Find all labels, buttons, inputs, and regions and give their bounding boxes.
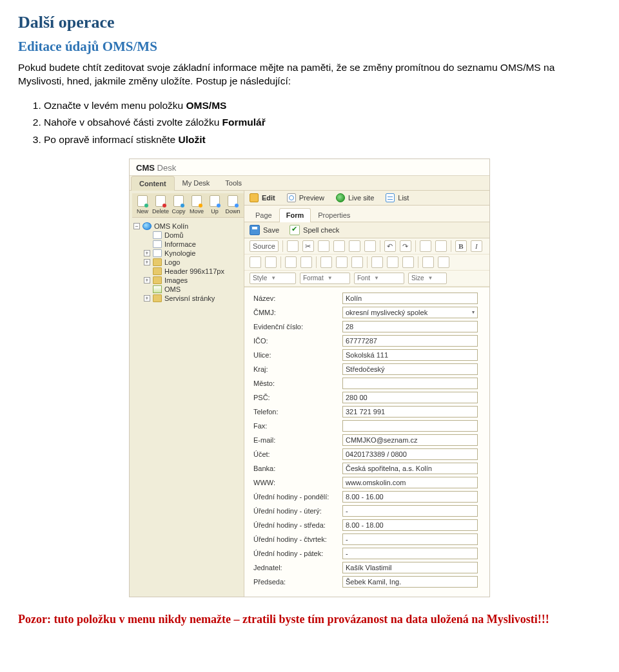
media-icon[interactable] [387,256,398,268]
bold-button[interactable]: B [455,240,467,252]
tree-node[interactable]: +Logo [133,258,242,267]
anchor-icon[interactable] [351,256,363,268]
mode-list-button[interactable]: List [386,193,409,202]
tree-expand-icon[interactable]: + [144,295,150,302]
tab-content[interactable]: Content [131,176,175,191]
form-input[interactable] [342,378,478,389]
tree-move-label: Move [190,208,204,215]
size-combo[interactable]: Size▼ [408,273,447,284]
paste-icon[interactable] [333,240,345,252]
chevron-down-icon: ▼ [271,275,276,281]
indent-icon[interactable] [300,256,312,268]
mode-edit-button[interactable]: Edit [250,193,275,202]
image-icon[interactable] [371,256,383,268]
cut-icon[interactable]: ✂ [302,240,314,252]
outdent-icon[interactable] [285,256,297,268]
form-value-cell [342,434,483,446]
format-combo[interactable]: Format▼ [300,273,350,284]
list-ul-icon[interactable] [265,256,277,268]
tree-collapse-icon[interactable]: − [133,223,140,229]
find-icon[interactable] [420,240,431,252]
table-icon[interactable] [402,256,414,268]
tree-copy-button[interactable]: Copy [170,195,188,215]
form-input[interactable] [342,293,478,304]
form-input[interactable] [342,463,478,474]
form-input[interactable] [342,349,478,361]
italic-button[interactable]: I [471,240,482,252]
tree-node-label: Domů [164,231,183,239]
replace-icon[interactable] [435,240,447,252]
tree-expand-icon[interactable]: + [144,277,150,283]
tree-spacer [144,232,150,238]
form-label: Fax: [253,422,342,430]
paste-word-icon[interactable] [364,240,376,252]
form-input[interactable] [342,321,478,332]
chevron-down-icon: ▼ [328,275,333,281]
list-ol-icon[interactable] [250,256,261,268]
form-input[interactable] [342,448,478,460]
form-select[interactable]: okresní myslivecký spolek▾ [342,307,478,318]
tree-node[interactable]: Informace [133,240,242,249]
copy-icon[interactable] [318,240,329,252]
undo-icon[interactable]: ↶ [384,240,396,252]
form-row: Telefon: [253,406,483,418]
redo-icon[interactable]: ↷ [400,240,411,252]
style-combo[interactable]: Style▼ [250,273,296,284]
subtab-properties[interactable]: Properties [311,208,357,222]
source-button[interactable]: Source [250,240,279,252]
form-input[interactable] [342,505,478,517]
form-value-cell [342,349,483,361]
tree-node[interactable]: Header 996x117px [133,267,242,276]
tree-expand-icon[interactable]: + [144,250,150,256]
form-input[interactable] [342,434,478,446]
form-input[interactable] [342,363,478,375]
paste-plain-icon[interactable] [349,240,360,252]
tree-move-button[interactable]: Move [188,195,206,215]
tree-down-button[interactable]: Down [224,195,242,215]
form-input[interactable] [342,533,478,545]
tree-node[interactable]: +Kynologie [133,249,242,258]
form-input[interactable] [342,576,478,588]
file-new-icon [137,195,148,207]
tree-node[interactable]: OMS [133,285,242,294]
form-label: WWW: [253,479,342,486]
link-icon[interactable] [320,256,332,268]
form-input[interactable] [342,335,478,347]
subtab-form[interactable]: Form [279,208,311,222]
tab-tools[interactable]: Tools [217,176,250,190]
form-input[interactable] [342,477,478,488]
mode-live-button[interactable]: Live site [336,193,374,202]
editor-tool-icon[interactable] [287,240,299,252]
form-label: Banka: [253,465,342,472]
form-input[interactable] [342,392,478,403]
tree-delete-button[interactable]: Delete [152,195,170,215]
bgcolor-icon[interactable] [438,256,449,268]
font-combo-label: Font [357,274,370,282]
tree-node[interactable]: Domů [133,231,242,240]
form-row: Účet: [253,448,483,460]
form-input[interactable] [342,491,478,503]
form-input[interactable] [342,406,478,418]
separator [418,256,418,268]
form-input[interactable] [342,519,478,531]
tab-my-desk[interactable]: My Desk [175,176,218,190]
mode-preview-button[interactable]: Preview [287,193,324,202]
tree-toolbar: New Delete Copy Move Up Down [132,193,244,218]
tree-new-button[interactable]: New [133,195,152,215]
form-input[interactable] [342,562,478,573]
font-combo[interactable]: Font▼ [354,273,404,284]
tree-expand-icon[interactable]: + [144,259,150,265]
spellcheck-button[interactable]: Spell check [290,225,339,235]
form-input[interactable] [342,548,478,559]
mode-bar: Edit Preview Live site List [244,191,489,206]
form-input[interactable] [342,420,478,432]
tree-node[interactable]: +Servisní stránky [133,294,242,303]
textcolor-icon[interactable] [422,256,434,268]
tree-node[interactable]: +Images [133,276,242,285]
subtab-page[interactable]: Page [248,208,279,222]
unlink-icon[interactable] [336,256,348,268]
tree-root[interactable]: − OMS Kolín [133,222,242,231]
tree-up-button[interactable]: Up [206,195,224,215]
form-value-cell [342,420,483,432]
save-button[interactable]: Save [250,225,279,235]
